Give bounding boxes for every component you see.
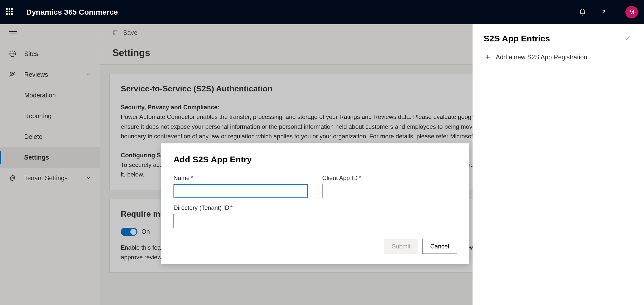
top-app-bar: Dynamics 365 Commerce M bbox=[0, 0, 644, 24]
close-icon[interactable] bbox=[623, 33, 633, 43]
s2s-entries-panel: S2S App Entries ＋ Add a new S2S App Regi… bbox=[473, 24, 644, 305]
client-id-field-group: Client App ID* bbox=[322, 174, 457, 198]
notifications-icon[interactable] bbox=[578, 8, 587, 17]
avatar-initial: M bbox=[629, 9, 634, 16]
tenant-id-input[interactable] bbox=[173, 214, 308, 228]
plus-icon: ＋ bbox=[484, 52, 492, 63]
tenant-id-field-group: Directory (Tenant) ID* bbox=[173, 204, 308, 228]
add-s2s-registration-button[interactable]: ＋ Add a new S2S App Registration bbox=[484, 52, 633, 63]
dialog-title: Add S2S App Entry bbox=[173, 155, 457, 164]
client-id-input[interactable] bbox=[322, 184, 457, 198]
help-icon[interactable] bbox=[599, 8, 608, 17]
name-input[interactable] bbox=[173, 184, 308, 198]
app-title: Dynamics 365 Commerce bbox=[26, 8, 578, 16]
app-launcher-icon[interactable] bbox=[6, 8, 14, 16]
svg-point-0 bbox=[603, 14, 604, 14]
add-s2s-label: Add a new S2S App Registration bbox=[496, 54, 587, 61]
tenant-id-label: Directory (Tenant) ID* bbox=[173, 204, 308, 211]
submit-button[interactable]: Submit bbox=[384, 239, 419, 254]
user-avatar[interactable]: M bbox=[625, 6, 638, 18]
cancel-button[interactable]: Cancel bbox=[422, 239, 457, 254]
name-label: Name* bbox=[173, 174, 308, 182]
add-s2s-entry-dialog: Add S2S App Entry Name* Client App ID* D… bbox=[161, 143, 469, 264]
panel-title: S2S App Entries bbox=[484, 34, 550, 43]
client-id-label: Client App ID* bbox=[322, 174, 457, 182]
name-field-group: Name* bbox=[173, 174, 308, 198]
